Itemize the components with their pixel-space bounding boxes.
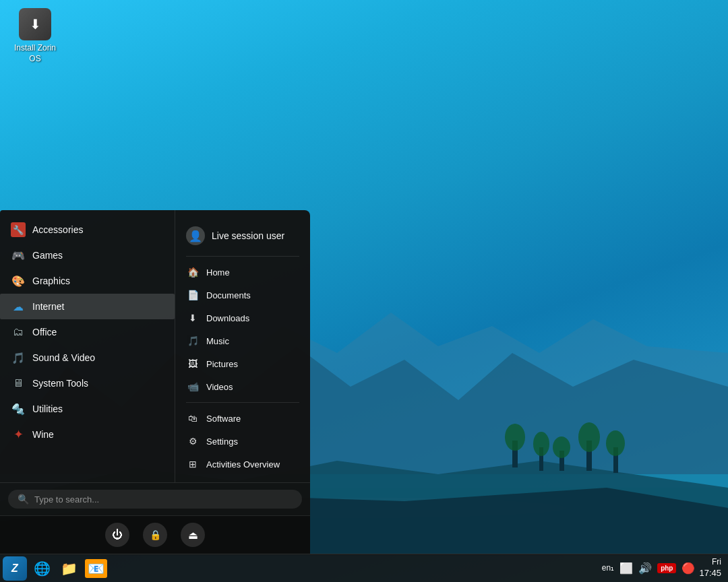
- install-zorin-label: Install Zorin OS: [14, 43, 56, 64]
- logout-icon: ⏏: [188, 529, 198, 542]
- power-icon: ⏻: [112, 529, 123, 541]
- menu-action-software[interactable]: 🛍 Software: [175, 407, 310, 430]
- menu-place-music[interactable]: 🎵 Music: [175, 329, 310, 352]
- utilities-label: Utilities: [32, 403, 63, 414]
- activities-label: Activities Overview: [206, 459, 280, 470]
- lang-indicator[interactable]: en₁: [602, 563, 614, 573]
- volume-icon[interactable]: 🔊: [638, 562, 652, 575]
- svg-point-13: [553, 437, 570, 458]
- menu-action-activities[interactable]: ⊞ Activities Overview: [175, 453, 310, 476]
- taskbar-right: en₁ ⬜ 🔊 php 🔴 Fri 17:45: [595, 557, 728, 579]
- windows-icon: ⬜: [619, 562, 633, 575]
- wine-icon: ✦: [11, 427, 26, 442]
- systray: en₁ ⬜ 🔊 php 🔴: [602, 562, 696, 575]
- power-button[interactable]: ⏻: [105, 523, 129, 547]
- menu-item-system-tools[interactable]: 🖥 System Tools: [0, 370, 175, 396]
- php-badge: php: [657, 563, 676, 573]
- software-icon: 🛍: [186, 412, 200, 425]
- games-icon: 🎮: [11, 248, 26, 263]
- home-icon: 🏠: [186, 265, 200, 279]
- files-button[interactable]: 📁: [57, 556, 81, 581]
- install-zorin-icon-img: ⬇: [19, 8, 51, 40]
- music-label: Music: [206, 336, 229, 346]
- day-label: Fri: [699, 557, 721, 568]
- settings-label: Settings: [206, 437, 238, 447]
- user-name: Live session user: [212, 230, 284, 241]
- divider-user: [186, 256, 299, 257]
- svg-point-9: [505, 424, 525, 451]
- mail-icon: 📧: [85, 559, 107, 578]
- menu-item-games[interactable]: 🎮 Games: [0, 243, 175, 268]
- browser-button[interactable]: 🌐: [30, 556, 54, 581]
- time-label: 17:45: [699, 568, 721, 579]
- menu-item-office[interactable]: 🗂 Office: [0, 319, 175, 345]
- menu-item-graphics[interactable]: 🎨 Graphics: [0, 268, 175, 294]
- accessories-label: Accessories: [32, 224, 83, 235]
- pictures-label: Pictures: [206, 359, 238, 369]
- mail-button[interactable]: 📧: [84, 556, 108, 581]
- music-icon: 🎵: [186, 334, 200, 348]
- search-input[interactable]: [34, 494, 293, 505]
- pictures-icon: 🖼: [186, 357, 200, 370]
- activities-icon: ⊞: [186, 457, 200, 471]
- downloads-icon: ⬇: [186, 311, 200, 325]
- search-input-wrap[interactable]: 🔍: [8, 490, 302, 509]
- system-tools-label: System Tools: [32, 378, 88, 389]
- videos-label: Videos: [206, 382, 233, 392]
- lock-icon: 🔒: [150, 529, 161, 540]
- internet-label: Internet: [32, 301, 64, 312]
- office-icon: 🗂: [11, 325, 26, 340]
- zorin-menu-button[interactable]: Z: [3, 556, 27, 581]
- user-avatar: 👤: [186, 226, 205, 245]
- menu-categories: 🔧 Accessories 🎮 Games 🎨 Graphics ☁ Inter…: [0, 210, 175, 482]
- menu-action-settings[interactable]: ⚙ Settings: [175, 430, 310, 453]
- menu-item-accessories[interactable]: 🔧 Accessories: [0, 217, 175, 243]
- search-icon: 🔍: [18, 494, 29, 505]
- svg-text:🔧: 🔧: [13, 224, 24, 236]
- office-label: Office: [32, 327, 57, 337]
- browser-icon: 🌐: [34, 560, 51, 577]
- games-label: Games: [32, 250, 63, 261]
- documents-icon: 📄: [186, 288, 200, 302]
- home-label: Home: [206, 267, 230, 278]
- menu-place-home[interactable]: 🏠 Home: [175, 261, 310, 284]
- documents-label: Documents: [206, 290, 251, 300]
- menu-item-wine[interactable]: ✦ Wine: [0, 422, 175, 447]
- system-tools-icon: 🖥: [11, 376, 26, 391]
- user-section[interactable]: 👤 Live session user: [175, 217, 310, 252]
- folder-icon: 📁: [61, 560, 78, 577]
- internet-icon: ☁: [11, 299, 26, 314]
- taskbar: Z 🌐 📁 📧 en₁ ⬜ 🔊 php 🔴: [0, 554, 728, 582]
- menu-place-pictures[interactable]: 🖼 Pictures: [175, 352, 310, 375]
- app-menu: 🔧 Accessories 🎮 Games 🎨 Graphics ☁ Inter…: [0, 210, 310, 554]
- svg-point-15: [578, 422, 600, 452]
- menu-right-panel: 👤 Live session user 🏠 Home 📄 Documents ⬇…: [175, 210, 310, 482]
- sound-video-icon: 🎵: [11, 350, 26, 365]
- datetime-display[interactable]: Fri 17:45: [699, 557, 721, 579]
- install-zorin-icon[interactable]: ⬇ Install Zorin OS: [8, 8, 62, 64]
- graphics-label: Graphics: [32, 276, 70, 286]
- menu-bottom-bar: ⏻ 🔒 ⏏: [0, 515, 310, 554]
- graphics-icon: 🎨: [11, 273, 26, 288]
- menu-place-videos[interactable]: 📹 Videos: [175, 375, 310, 398]
- wine-label: Wine: [32, 429, 54, 440]
- svg-point-17: [606, 430, 625, 456]
- divider-places: [186, 402, 299, 403]
- zorin-logo: Z: [11, 562, 18, 575]
- menu-item-internet[interactable]: ☁ Internet: [0, 294, 175, 319]
- desktop: ⬇ Install Zorin OS 🔧 Accessories 🎮 Games…: [0, 0, 728, 582]
- menu-search-bar[interactable]: 🔍: [0, 482, 310, 515]
- utilities-icon: 🔩: [11, 401, 26, 416]
- menu-top: 🔧 Accessories 🎮 Games 🎨 Graphics ☁ Inter…: [0, 210, 310, 482]
- power-status-icon: 🔴: [681, 562, 695, 575]
- videos-icon: 📹: [186, 380, 200, 393]
- settings-icon: ⚙: [186, 434, 200, 448]
- downloads-label: Downloads: [206, 313, 249, 323]
- menu-place-downloads[interactable]: ⬇ Downloads: [175, 306, 310, 329]
- menu-item-utilities[interactable]: 🔩 Utilities: [0, 396, 175, 422]
- logout-button[interactable]: ⏏: [181, 523, 205, 547]
- menu-item-sound-video[interactable]: 🎵 Sound & Video: [0, 345, 175, 370]
- menu-place-documents[interactable]: 📄 Documents: [175, 284, 310, 306]
- lock-button[interactable]: 🔒: [143, 523, 167, 547]
- svg-point-11: [533, 432, 549, 456]
